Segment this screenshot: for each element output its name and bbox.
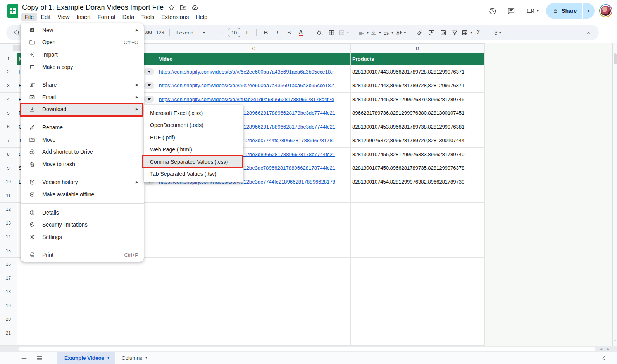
cell-C1[interactable]: Video — [157, 53, 351, 65]
cell-C16[interactable] — [157, 258, 351, 271]
file-menu-item-security-limitations[interactable]: Security limitations — [21, 218, 144, 231]
file-menu-item-add-shortcut-to-drive[interactable]: Add shortcut to Drive — [21, 146, 144, 158]
functions-button[interactable]: Σ — [474, 27, 484, 38]
star-icon[interactable] — [168, 4, 175, 11]
download-option-pdf[interactable]: PDF (.pdf) — [144, 131, 243, 144]
row-number[interactable]: 5 — [0, 106, 17, 120]
cell-A18[interactable] — [17, 285, 92, 299]
cell-D11[interactable] — [351, 189, 484, 203]
row-number[interactable]: 3 — [0, 79, 17, 93]
sheet-tab-example-videos[interactable]: Example Videos▾ — [57, 352, 115, 364]
row-number[interactable]: 4 — [0, 93, 17, 106]
file-menu-item-share[interactable]: Share▶ — [21, 79, 144, 91]
cell-D21[interactable] — [351, 326, 484, 340]
column-header-D[interactable]: D — [351, 44, 484, 53]
text-rotation-icon[interactable]: ▾ — [395, 27, 406, 38]
cell-C20[interactable] — [157, 312, 351, 326]
input-tools-button[interactable]: ê▾ — [493, 27, 503, 38]
increase-font-size-button[interactable]: + — [242, 27, 252, 38]
fill-color-icon[interactable] — [315, 27, 325, 38]
filter-icon[interactable] — [450, 27, 460, 38]
cell-B21[interactable] — [92, 326, 157, 340]
font-selector[interactable]: Lexend▾ — [174, 27, 207, 38]
download-option-ods[interactable]: OpenDocument (.ods) — [144, 119, 243, 132]
add-sheet-icon[interactable] — [18, 352, 30, 364]
cell-D10[interactable]: 8281300107454,8281299976382,896628178973… — [351, 175, 484, 189]
insert-comment-icon[interactable] — [426, 27, 436, 38]
cell-D17[interactable] — [351, 271, 484, 285]
move-folder-icon[interactable] — [179, 4, 187, 11]
cell-D3[interactable]: 8281300107443,8966281789728,828129997637… — [351, 79, 484, 93]
dropdown-chip[interactable] — [144, 82, 154, 89]
cell-A20[interactable] — [17, 312, 92, 326]
version-history-icon[interactable] — [485, 3, 500, 19]
row-number[interactable]: 13 — [0, 216, 17, 230]
cell-A22[interactable] — [17, 340, 92, 346]
cell-C21[interactable] — [157, 326, 351, 340]
cell-A17[interactable] — [17, 271, 92, 285]
collapse-panel-icon[interactable] — [598, 352, 610, 364]
menu-tools[interactable]: Tools — [138, 13, 158, 21]
menu-edit[interactable]: Edit — [37, 13, 54, 21]
cell-D20[interactable] — [351, 312, 484, 326]
cell-D8[interactable]: 8281300107455,8281299976383,896628178974… — [351, 148, 484, 161]
document-title[interactable]: Copy of 1. Example Doran Videos Import F… — [22, 3, 164, 12]
horizontal-align-icon[interactable]: ▾ — [358, 27, 369, 38]
row-number[interactable]: 14 — [0, 230, 17, 244]
account-avatar[interactable] — [599, 4, 612, 17]
file-menu-item-make-a-copy[interactable]: Make a copy — [21, 61, 144, 73]
tab-caret-icon[interactable]: ▾ — [107, 356, 109, 360]
cell-C15[interactable] — [157, 244, 351, 258]
insert-link-icon[interactable] — [415, 27, 425, 38]
row-number[interactable]: 15 — [0, 244, 17, 258]
bold-button[interactable]: B — [261, 27, 271, 38]
menu-view[interactable]: View — [54, 13, 73, 21]
decrease-font-size-button[interactable]: − — [216, 27, 226, 38]
row-number[interactable]: 19 — [0, 299, 17, 313]
insert-chart-icon[interactable] — [438, 27, 448, 38]
hide-menus-icon[interactable] — [583, 27, 593, 38]
dropdown-chip[interactable] — [144, 96, 154, 103]
cell-B22[interactable] — [92, 340, 157, 346]
file-menu-item-rename[interactable]: Rename — [21, 121, 144, 134]
row-number[interactable]: 8 — [0, 148, 17, 161]
number-format-button[interactable]: 123 — [155, 27, 165, 38]
file-menu-item-move-to-trash[interactable]: Move to trash — [21, 158, 144, 170]
file-menu-item-make-available-offline[interactable]: Make available offline — [21, 188, 144, 201]
cell-C11[interactable] — [157, 189, 351, 203]
cell-A21[interactable] — [17, 326, 92, 340]
row-number[interactable]: 10 — [0, 175, 17, 189]
cell-D12[interactable] — [351, 203, 484, 216]
cell-D19[interactable] — [351, 299, 484, 313]
cell-D16[interactable] — [351, 258, 484, 271]
cell-C3[interactable]: https://cdn.shopify.com/videos/c/o/v/6e2… — [157, 79, 351, 93]
video-call-icon[interactable]: ▾ — [522, 3, 543, 19]
cell-B18[interactable] — [92, 285, 157, 299]
file-menu-item-import[interactable]: Import — [21, 48, 144, 61]
menu-help[interactable]: Help — [192, 13, 211, 21]
cell-D2[interactable]: 8281300107443,8966281789728,828129997637… — [351, 65, 484, 79]
cell-D7[interactable]: 8281299976372,8966281789729,828130010744… — [351, 134, 484, 148]
cell-D4[interactable]: 8281300107445,8281299976379,896628178974… — [351, 93, 484, 106]
row-number[interactable]: 21 — [0, 326, 17, 340]
file-menu-item-print[interactable]: PrintCtrl+P — [21, 249, 144, 261]
download-option-csv[interactable]: Comma Separated Values (.csv) — [144, 156, 243, 168]
font-size-input[interactable]: 10 — [228, 28, 240, 37]
file-menu-item-settings[interactable]: Settings — [21, 231, 144, 243]
cell-D15[interactable] — [351, 244, 484, 258]
cell-D9[interactable]: 8281300107450,8966281789735,828129997637… — [351, 161, 484, 175]
dropdown-chip[interactable] — [144, 68, 154, 75]
google-sheets-logo[interactable] — [7, 4, 18, 18]
file-menu-item-download[interactable]: Download▶ — [21, 103, 144, 116]
download-option-tsv[interactable]: Tab Separated Values (.tsv) — [144, 168, 243, 180]
vertical-scrollbar[interactable]: ▲ ▼ — [612, 43, 617, 346]
increase-decimal-button[interactable]: .00→ — [143, 27, 153, 38]
file-menu-item-version-history[interactable]: Version history▶ — [21, 176, 144, 189]
scroll-down-icon[interactable]: ▼ — [613, 339, 617, 342]
cell-D14[interactable] — [351, 230, 484, 244]
scroll-left-icon[interactable]: ◀ — [600, 347, 602, 351]
scroll-right-icon[interactable]: ▶ — [607, 347, 609, 351]
vertical-scrollbar-thumb[interactable] — [614, 53, 617, 64]
sheet-tab-columns[interactable]: Columns▾ — [115, 352, 153, 364]
all-sheets-icon[interactable] — [33, 352, 46, 364]
